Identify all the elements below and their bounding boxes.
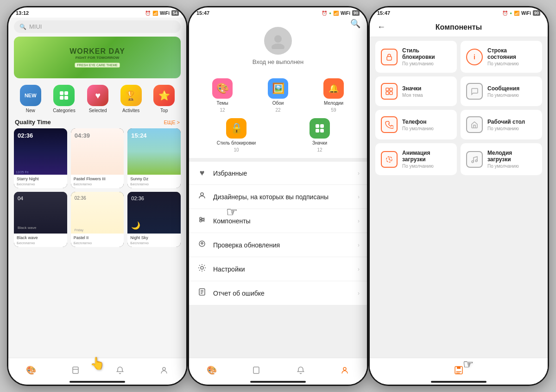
theme-card-0[interactable]: 02:36 12/25 Fri Starry Night Бесплатно bbox=[14, 128, 67, 188]
menu-favorites[interactable]: ♥ Избранные › bbox=[189, 162, 367, 185]
comp-status-bar[interactable]: i Строка состояния По умолчанию bbox=[461, 41, 542, 73]
svg-rect-0 bbox=[60, 91, 63, 95]
comp-boot-music[interactable]: Мелодия загрузки По умолчанию bbox=[461, 143, 542, 175]
designers-icon bbox=[196, 191, 208, 202]
stat-themes[interactable]: 🎨 Темы 12 bbox=[196, 78, 248, 113]
bottom-nav-profile[interactable] bbox=[159, 366, 169, 375]
signal-icon-2: 📶 bbox=[333, 11, 339, 16]
theme-card-4[interactable]: 02:36 Friday Pastel II Бесплатно bbox=[71, 192, 124, 247]
report-icon bbox=[196, 288, 208, 298]
comp-desktop[interactable]: Рабочий стол По умолчанию bbox=[461, 110, 542, 139]
boot-music-sub: По умолчанию bbox=[487, 164, 537, 169]
messages-comp-icon bbox=[466, 83, 483, 100]
icons-comp-sub: Моя тема bbox=[402, 93, 423, 98]
theme-card-5[interactable]: 02:36 🌙 Night Sky Бесплатно bbox=[127, 192, 181, 247]
selected-icon: ♥ bbox=[87, 85, 108, 106]
theme-preview-5: 02:36 🌙 bbox=[127, 192, 181, 234]
nav-new[interactable]: NEW New bbox=[20, 85, 41, 113]
see-more-link[interactable]: ЕЩЕ > bbox=[164, 120, 180, 125]
nav-top[interactable]: ⭐ Top bbox=[153, 85, 175, 113]
menu-updates[interactable]: Проверка обновления › bbox=[189, 233, 367, 257]
avatar bbox=[264, 27, 292, 55]
svg-point-34 bbox=[475, 160, 477, 162]
stat-label-walls: Обои bbox=[272, 101, 284, 106]
bottom-nav2-themes[interactable]: 🎨 bbox=[207, 365, 217, 375]
components-arrow: › bbox=[358, 218, 360, 224]
phone-1: 13:12 ⏰ 📶 WiFi 54 🔍 MIUI WORKER DAY FIGH… bbox=[7, 6, 188, 386]
comp-boot-anim[interactable]: Анимация загрузки По умолчанию bbox=[375, 143, 457, 175]
messages-sub: По умолчанию bbox=[487, 93, 519, 98]
theme-grid-row1: 02:36 12/25 Fri Starry Night Бесплатно 0… bbox=[8, 128, 186, 192]
menu-designers[interactable]: Дизайнеры, на которых вы подписаны › bbox=[189, 185, 367, 209]
comp-row-2: Телефон По умолчанию Рабочий стол По умо… bbox=[375, 110, 542, 139]
stat-icon-ringtones: 🔔 bbox=[323, 78, 344, 99]
svg-rect-4 bbox=[73, 367, 78, 373]
banner[interactable]: WORKER DAY FIGHT FOR TOMORROW FRESH EYE … bbox=[14, 37, 181, 78]
svg-point-16 bbox=[200, 217, 202, 219]
stat-count-icons: 12 bbox=[317, 147, 322, 152]
menu-settings[interactable]: Настройки › bbox=[189, 257, 367, 281]
boot-anim-text: Анимация загрузки По умолчанию bbox=[402, 150, 451, 169]
updates-label: Проверка обновления bbox=[213, 241, 352, 249]
search-bar[interactable]: 🔍 MIUI bbox=[14, 20, 181, 33]
stat-icon-icons bbox=[310, 118, 330, 139]
banner-content: WORKER DAY FIGHT FOR TOMORROW FRESH EYE … bbox=[70, 47, 125, 68]
bottom-nav2-profile[interactable] bbox=[340, 366, 349, 375]
back-button[interactable]: ← bbox=[377, 22, 385, 32]
bottom-nav-bell[interactable] bbox=[115, 366, 125, 375]
alarm-icon-2: ⏰ bbox=[322, 11, 327, 16]
theme-name-4: Pastel II bbox=[71, 234, 124, 241]
nav-selected[interactable]: ♥ Selected bbox=[87, 85, 108, 113]
svg-rect-30 bbox=[386, 92, 389, 95]
nav-categories[interactable]: Categories bbox=[53, 85, 75, 113]
phone-3: 15:47 ⏰ ● 📶 WiFi 90 ← Компоненты bbox=[368, 6, 549, 386]
designers-arrow: › bbox=[358, 194, 360, 200]
svg-rect-3 bbox=[64, 96, 68, 100]
profile-section: Вход не выполнен bbox=[189, 18, 367, 73]
comp-icons[interactable]: Значки Моя тема bbox=[375, 76, 457, 106]
comp-row-0: Стиль блокировки По умолчанию i Строка с… bbox=[375, 41, 542, 73]
stat-ringtones[interactable]: 🔔 Мелодии 59 bbox=[308, 78, 360, 113]
section-header: Quality Time ЕЩЕ > bbox=[8, 117, 186, 128]
menu-section: ♥ Избранные › Дизайнеры, на которых вы п… bbox=[189, 162, 367, 305]
login-text[interactable]: Вход не выполнен bbox=[253, 58, 303, 65]
theme-card-3[interactable]: 04 Black wave Black wave Бесплатно bbox=[14, 192, 67, 247]
bottom-nav-bookmark[interactable] bbox=[71, 366, 80, 375]
theme-card-1[interactable]: 04:39 Pastel Flowers III Бесплатно bbox=[71, 128, 124, 188]
search-button-2[interactable]: 🔍 bbox=[350, 19, 360, 29]
theme-card-2[interactable]: 15:24 Sunny Dz Бесплатно bbox=[127, 128, 181, 188]
comp-messages[interactable]: Сообщения По умолчанию bbox=[461, 76, 542, 106]
boot-anim-sub: По умолчанию bbox=[402, 164, 451, 169]
banner-badge: FRESH EYE CARE THEME bbox=[75, 63, 120, 68]
p3-header: ← Компоненты bbox=[370, 18, 548, 37]
menu-components[interactable]: Компоненты › ☞ bbox=[189, 209, 367, 233]
boot-music-name: Мелодия загрузки bbox=[487, 150, 537, 163]
stat-icons[interactable]: Значки 12 bbox=[280, 118, 360, 152]
bottom-nav3-save[interactable] bbox=[454, 365, 464, 375]
favorites-label: Избранные bbox=[213, 170, 352, 177]
stat-icon-walls: 🖼️ bbox=[268, 78, 288, 99]
components-icon bbox=[196, 215, 208, 226]
stat-icon-themes: 🎨 bbox=[212, 78, 233, 99]
svg-point-5 bbox=[163, 367, 165, 370]
bottom-nav2-bell[interactable] bbox=[296, 366, 305, 375]
lock-style-sub: По умолчанию bbox=[402, 61, 451, 66]
nav-selected-label: Selected bbox=[89, 108, 107, 113]
comp-lock-style[interactable]: Стиль блокировки По умолчанию bbox=[375, 41, 457, 73]
report-label: Отчет об ошибке bbox=[213, 290, 352, 297]
desktop-text: Рабочий стол По умолчанию bbox=[487, 119, 525, 131]
phone-comp-sub: По умолчанию bbox=[402, 126, 434, 131]
bottom-nav-themes[interactable]: 🎨 bbox=[26, 365, 36, 375]
search-icon: 🔍 bbox=[19, 24, 26, 30]
stat-walls[interactable]: 🖼️ Обои 22 bbox=[252, 78, 304, 113]
bottom-nav2-bookmark[interactable] bbox=[252, 366, 261, 375]
status-bar-comp-sub: По умолчанию bbox=[487, 61, 537, 66]
components-grid: Стиль блокировки По умолчанию i Строка с… bbox=[370, 37, 548, 384]
menu-report[interactable]: Отчет об ошибке › bbox=[189, 281, 367, 305]
nav-activites[interactable]: 🏆 Activites bbox=[120, 85, 142, 113]
theme-price-1: Бесплатно bbox=[71, 182, 124, 188]
stat-lock[interactable]: 🔒 Стиль блокировки 10 bbox=[196, 118, 276, 152]
desktop-comp-icon bbox=[466, 116, 483, 133]
comp-phone[interactable]: Телефон По умолчанию bbox=[375, 110, 457, 139]
desktop-name: Рабочий стол bbox=[487, 119, 525, 125]
